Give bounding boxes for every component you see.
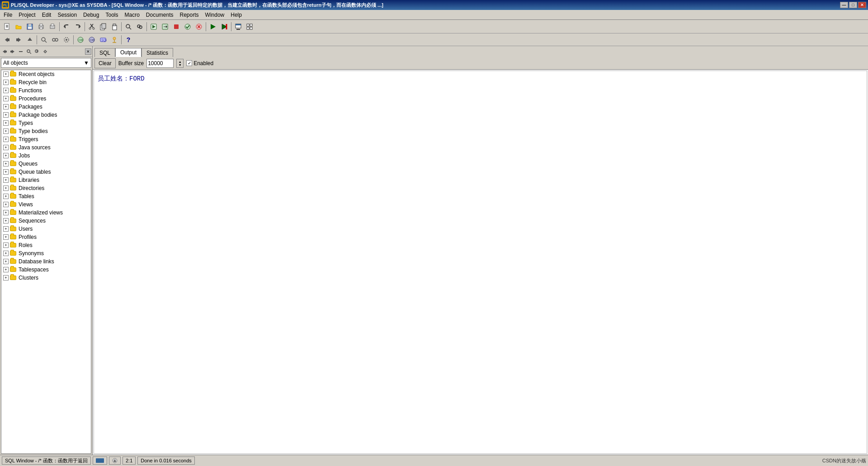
expand-mat-views[interactable]: + (3, 210, 9, 215)
open-button[interactable] (13, 22, 24, 32)
expand-directories[interactable]: + (3, 185, 9, 191)
menu-session[interactable]: Session (55, 11, 80, 19)
menu-edit[interactable]: Edit (39, 11, 54, 19)
object-type-selector[interactable]: All objects ▼ (1, 58, 91, 68)
menu-reports[interactable]: Reports (177, 11, 202, 19)
tree-item-recycle[interactable]: + Recycle bin (1, 78, 91, 86)
expand-java-sources[interactable]: + (3, 145, 9, 150)
nav-minus-btn[interactable] (17, 48, 24, 55)
find-button[interactable] (123, 22, 134, 32)
tree-item-type-bodies[interactable]: + Type bodies (1, 127, 91, 135)
fwd-btn[interactable] (13, 35, 24, 45)
new-button[interactable] (2, 22, 13, 32)
expand-packages[interactable]: + (3, 104, 9, 109)
paste-button[interactable] (109, 22, 120, 32)
print2-button[interactable] (47, 22, 58, 32)
expand-jobs[interactable]: + (3, 153, 9, 158)
tile-button[interactable] (244, 22, 255, 32)
enabled-checkbox[interactable]: ✓ (186, 60, 192, 66)
nav-fwd-btn[interactable] (9, 48, 16, 55)
tree-item-queue-tables[interactable]: + Queue tables (1, 168, 91, 176)
expand-procedures[interactable]: + (3, 96, 9, 101)
tree-item-recent[interactable]: + Recent objects (1, 70, 91, 78)
expand-package-bodies[interactable]: + (3, 112, 9, 118)
expand-db-links[interactable]: + (3, 259, 9, 264)
expand-profiles[interactable]: + (3, 234, 9, 240)
tree-item-roles[interactable]: + Roles (1, 241, 91, 249)
rollback-button[interactable] (193, 22, 204, 32)
expand-views[interactable]: + (3, 202, 9, 207)
nav-back-btn[interactable] (1, 48, 8, 55)
tree-item-procedures[interactable]: + Procedures (1, 95, 91, 103)
tree-item-db-links[interactable]: + Database links (1, 257, 91, 266)
menu-window[interactable]: Window (203, 11, 227, 19)
tree-item-packages[interactable]: + Packages (1, 103, 91, 111)
expand-type-bodies[interactable]: + (3, 128, 9, 134)
tree-item-profiles[interactable]: + Profiles (1, 233, 91, 241)
expand-tables[interactable]: + (3, 194, 9, 199)
expand-triggers[interactable]: + (3, 137, 9, 142)
tree-item-package-bodies[interactable]: + Package bodies (1, 111, 91, 119)
tree-item-functions[interactable]: + Functions (1, 86, 91, 95)
tab-output[interactable]: Output (115, 48, 142, 57)
print-button[interactable] (36, 22, 47, 32)
tree-item-directories[interactable]: + Directories (1, 184, 91, 192)
tree-item-synonyms[interactable]: + Synonyms (1, 249, 91, 257)
tree-item-types[interactable]: + Types (1, 119, 91, 127)
expand-functions[interactable]: + (3, 88, 9, 93)
run-script-button[interactable] (160, 22, 170, 32)
buffer-spin-button[interactable]: ▲ ▼ (176, 59, 184, 68)
tree-item-triggers[interactable]: + Triggers (1, 135, 91, 143)
save-button[interactable] (24, 22, 35, 32)
copy-button[interactable] (98, 22, 108, 32)
commit-button[interactable] (182, 22, 193, 32)
tab-sql[interactable]: SQL (94, 48, 115, 57)
replace-button[interactable] (134, 22, 145, 32)
expand-recent[interactable]: + (3, 71, 9, 77)
maximize-button[interactable]: □ (849, 2, 857, 8)
expand-tablespaces[interactable]: + (3, 267, 9, 272)
tree-item-tablespaces[interactable]: + Tablespaces (1, 266, 91, 274)
nav-search2-btn[interactable] (25, 48, 33, 55)
tree-item-sequences[interactable]: + Sequences (1, 217, 91, 225)
expand-libraries[interactable]: + (3, 177, 9, 183)
expand-roles[interactable]: + (3, 243, 9, 248)
stop-button[interactable] (171, 22, 182, 32)
debug-start-button[interactable] (208, 22, 218, 32)
expand-queues[interactable]: + (3, 161, 9, 166)
cut-button[interactable] (86, 22, 97, 32)
tree-item-jobs[interactable]: + Jobs (1, 152, 91, 160)
help-btn[interactable]: ? (123, 35, 134, 45)
expand-queue-tables[interactable]: + (3, 169, 9, 175)
connect-btn[interactable]: DB (75, 35, 86, 45)
enabled-label[interactable]: ✓ Enabled (186, 60, 213, 67)
binocular-btn[interactable] (50, 35, 61, 45)
expand-types[interactable]: + (3, 120, 9, 126)
menu-debug[interactable]: Debug (80, 11, 102, 19)
debug-stop-button[interactable] (219, 22, 230, 32)
run-button[interactable] (148, 22, 159, 32)
menu-help[interactable]: Help (228, 11, 245, 19)
minimize-button[interactable]: — (840, 2, 848, 8)
search-obj-btn[interactable] (38, 35, 49, 45)
tree-item-java-sources[interactable]: + Java sources (1, 143, 91, 152)
tree-item-tables[interactable]: + Tables (1, 192, 91, 200)
close-button[interactable]: ✕ (858, 2, 866, 8)
tree-item-views[interactable]: + Views (1, 200, 91, 209)
connect2-btn[interactable]: DB (86, 35, 97, 45)
close-left-panel-btn[interactable]: ✕ (85, 48, 91, 55)
expand-sequences[interactable]: + (3, 218, 9, 223)
session-btn[interactable]: SQL (98, 35, 108, 45)
back-btn[interactable] (2, 35, 13, 45)
expand-users[interactable]: + (3, 226, 9, 232)
tree-item-users[interactable]: + Users (1, 225, 91, 233)
tree-item-mat-views[interactable]: + Materialized views (1, 209, 91, 217)
undo-button[interactable] (61, 22, 72, 32)
clear-button[interactable]: Clear (94, 58, 116, 68)
menu-tools[interactable]: Tools (103, 11, 121, 19)
expand-clusters[interactable]: + (3, 275, 9, 281)
tab-statistics[interactable]: Statistics (142, 48, 173, 57)
expand-synonyms[interactable]: + (3, 251, 9, 256)
nav-config2-btn[interactable] (42, 48, 49, 55)
config-btn[interactable] (61, 35, 72, 45)
